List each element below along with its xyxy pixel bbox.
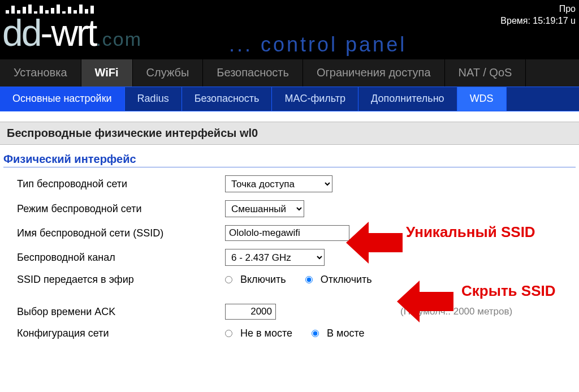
ssid-broadcast-label: SSID передается в эфир — [17, 274, 225, 286]
subtab-radius[interactable]: Radius — [125, 87, 182, 111]
logo-text: dd-wrt.com — [2, 11, 142, 54]
netconf-bridged-radio[interactable] — [312, 330, 319, 337]
channel-select[interactable]: 6 - 2.437 GHz — [225, 249, 325, 266]
wireless-type-select[interactable]: Точка доступа — [225, 175, 332, 192]
content: Беспроводные физические интерфейсы wl0 Ф… — [0, 122, 579, 339]
main-tabs: Установка WiFi Службы Безопасность Огран… — [0, 59, 579, 87]
status-time: Время: 15:19:17 u — [500, 15, 576, 27]
logo-wrt: -wrt — [40, 12, 96, 54]
ack-label: Выбор времени ACK — [17, 306, 225, 318]
netconf-unbridged-text: Не в мосте — [240, 328, 292, 339]
tab-services[interactable]: Службы — [133, 59, 204, 87]
tab-wifi[interactable]: WiFi — [81, 59, 133, 87]
ack-input[interactable] — [225, 304, 276, 320]
section-title: Беспроводные физические интерфейсы wl0 — [0, 122, 579, 145]
netconf-label: Конфигурация сети — [17, 328, 225, 339]
channel-label: Беспроводной канал — [17, 252, 225, 264]
logo-com: .com — [96, 28, 142, 50]
ssid-broadcast-off-radio[interactable] — [305, 276, 313, 283]
tab-nat-qos[interactable]: NAT / QoS — [445, 59, 526, 87]
netconf-bridged-text: В мосте — [327, 328, 364, 339]
ack-default-note: (По умолч.: 2000 метров) — [400, 306, 512, 317]
ssid-input[interactable] — [225, 225, 349, 241]
tab-access-restrictions[interactable]: Ограничения доступа — [303, 59, 445, 87]
subtab-advanced[interactable]: Дополнительно — [358, 87, 457, 111]
ssid-broadcast-on-radio[interactable] — [225, 276, 232, 283]
logo-dd: dd — [2, 12, 40, 54]
wireless-mode-label: Режим беспроводной сети — [17, 203, 225, 215]
logo-subtitle: ... control panel — [229, 33, 407, 57]
subtab-mac-filter[interactable]: MAC-фильтр — [272, 87, 358, 111]
sub-tabs: Основные настройки Radius Безопасность M… — [0, 87, 579, 111]
netconf-unbridged-radio[interactable] — [225, 330, 232, 337]
subsection-title: Физический интерфейс — [3, 153, 576, 167]
tab-security[interactable]: Безопасность — [203, 59, 303, 87]
subtab-wds[interactable]: WDS — [457, 87, 507, 111]
header: dd-wrt.com ... control panel Про Время: … — [0, 0, 579, 59]
form-area: Тип беспроводной сети Точка доступа Режи… — [0, 175, 579, 339]
header-status: Про Время: 15:19:17 u — [500, 3, 576, 27]
ssid-label: Имя беспроводной сети (SSID) — [17, 227, 225, 239]
subtab-security[interactable]: Безопасность — [182, 87, 273, 111]
ssid-broadcast-off-text: Отключить — [321, 274, 372, 286]
ssid-broadcast-on-text: Включить — [240, 274, 286, 286]
status-line-1: Про — [500, 3, 576, 15]
tab-setup[interactable]: Установка — [0, 59, 81, 87]
wireless-mode-select[interactable]: Смешанный — [225, 200, 304, 217]
subtab-basic-settings[interactable]: Основные настройки — [0, 87, 125, 111]
wireless-type-label: Тип беспроводной сети — [17, 178, 225, 190]
